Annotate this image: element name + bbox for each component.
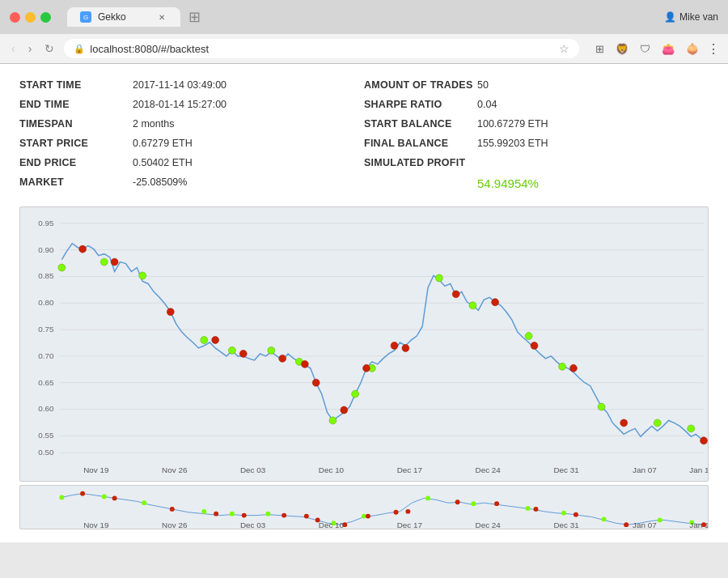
tab-close-button[interactable]: ✕ (156, 11, 167, 23)
svg-text:0.55: 0.55 (38, 431, 54, 440)
end-time-value: 2018-01-14 15:27:00 (133, 96, 226, 113)
trades-label: AMOUNT OF TRADES (364, 77, 477, 93)
start-balance-label: START BALANCE (364, 116, 477, 132)
svg-text:0.85: 0.85 (38, 271, 54, 280)
svg-point-46 (363, 364, 370, 372)
profit-value: 54.94954% (477, 174, 539, 193)
svg-point-38 (111, 258, 118, 266)
stat-end-price: END PRICE 0.50402 ETH (19, 155, 364, 171)
start-balance-value: 100.67279 ETH (477, 116, 548, 132)
active-tab[interactable]: G Gekko ✕ (67, 7, 180, 27)
stat-profit-value-row: 54.94954% (364, 174, 709, 193)
final-balance-value: 155.99203 ETH (477, 135, 548, 151)
brave-button[interactable]: 🦁 (612, 41, 632, 57)
forward-button[interactable]: › (25, 40, 36, 57)
svg-point-66 (142, 500, 146, 505)
svg-text:0.65: 0.65 (38, 378, 54, 387)
svg-text:0.60: 0.60 (38, 404, 54, 413)
svg-point-80 (112, 496, 117, 501)
bookmark-star-icon: ☆ (559, 42, 569, 55)
svg-point-91 (455, 499, 460, 504)
new-tab-button[interactable]: ⊞ (184, 6, 205, 28)
svg-point-82 (214, 512, 218, 516)
svg-point-75 (561, 511, 566, 516)
svg-point-24 (228, 346, 235, 354)
svg-point-64 (59, 495, 64, 500)
vpn-button[interactable]: 🛡 (637, 41, 654, 57)
end-price-value: 0.50402 ETH (133, 155, 193, 171)
svg-point-28 (352, 390, 359, 397)
svg-point-33 (559, 363, 566, 370)
svg-text:0.50: 0.50 (38, 448, 54, 457)
svg-point-93 (534, 507, 539, 512)
svg-point-27 (329, 417, 336, 424)
stats-grid: START TIME 2017-11-14 03:49:00 END TIME … (19, 77, 709, 193)
start-price-label: START PRICE (19, 135, 133, 151)
reload-button[interactable]: ↻ (41, 40, 57, 57)
svg-text:0.80: 0.80 (38, 298, 54, 307)
maximize-window-button[interactable] (40, 12, 51, 23)
svg-point-36 (688, 425, 695, 432)
svg-text:Jan 07: Jan 07 (633, 521, 657, 529)
sharpe-value: 0.04 (477, 96, 497, 113)
svg-point-34 (598, 403, 605, 410)
close-window-button[interactable] (10, 12, 20, 23)
svg-point-39 (167, 308, 174, 316)
minimize-window-button[interactable] (25, 12, 36, 23)
svg-point-84 (281, 513, 286, 518)
back-button[interactable]: ‹ (8, 40, 19, 57)
main-chart: 0.95 0.90 0.85 0.80 0.75 0.70 0.65 0.60 … (19, 206, 709, 482)
svg-text:0.75: 0.75 (38, 325, 54, 334)
svg-point-49 (452, 291, 459, 298)
svg-point-47 (391, 342, 398, 350)
svg-text:Dec 31: Dec 31 (553, 465, 579, 474)
svg-text:Nov 19: Nov 19 (83, 521, 108, 529)
stat-trades: AMOUNT OF TRADES 50 (364, 77, 709, 93)
stat-start-time: START TIME 2017-11-14 03:49:00 (19, 77, 364, 93)
stat-end-time: END TIME 2018-01-14 15:27:00 (19, 96, 364, 113)
svg-point-95 (624, 522, 629, 527)
market-value: -25.08509% (133, 174, 187, 190)
svg-point-37 (79, 245, 87, 253)
svg-point-50 (492, 299, 499, 306)
menu-button[interactable]: ⋮ (707, 41, 720, 57)
user-name: Mike van (679, 11, 718, 23)
svg-point-32 (525, 333, 532, 340)
svg-point-35 (654, 419, 661, 427)
start-time-label: START TIME (19, 77, 133, 93)
svg-point-83 (242, 513, 247, 518)
svg-text:Dec 24: Dec 24 (476, 521, 502, 529)
wallet-button[interactable]: 👛 (658, 41, 678, 57)
svg-point-74 (526, 506, 531, 511)
svg-point-23 (201, 337, 208, 344)
svg-text:Jan 14: Jan 14 (689, 521, 708, 529)
svg-point-25 (268, 346, 275, 354)
svg-text:Dec 03: Dec 03 (240, 521, 265, 529)
final-balance-label: FINAL BALANCE (364, 135, 477, 151)
tab-favicon: G (80, 11, 91, 23)
user-area: 👤 Mike van (664, 11, 718, 23)
svg-text:0.95: 0.95 (38, 219, 54, 227)
stat-sharpe: SHARPE RATIO 0.04 (364, 96, 709, 113)
tor-button[interactable]: 🧅 (683, 41, 702, 57)
stat-market: MARKET -25.08509% (19, 174, 364, 190)
address-text: localhost:8080/#/backtest (90, 43, 554, 55)
stats-right-column: AMOUNT OF TRADES 50 SHARPE RATIO 0.04 ST… (364, 77, 709, 193)
svg-point-79 (80, 491, 85, 496)
svg-point-92 (494, 501, 499, 506)
svg-point-40 (212, 337, 219, 344)
svg-point-72 (425, 496, 430, 501)
svg-point-90 (405, 509, 410, 514)
extensions-button[interactable]: ⊞ (592, 41, 607, 57)
svg-text:Nov 26: Nov 26 (162, 465, 188, 474)
browser-actions: ⊞ 🦁 🛡 👛 🧅 ⋮ (592, 41, 720, 57)
svg-text:Dec 17: Dec 17 (397, 521, 422, 529)
svg-point-20 (58, 264, 66, 271)
tab-bar: G Gekko ✕ ⊞ (67, 6, 658, 28)
svg-point-89 (394, 510, 399, 515)
address-input-wrapper[interactable]: 🔒 localhost:8080/#/backtest ☆ (64, 39, 579, 58)
svg-point-68 (230, 512, 235, 516)
stat-timespan: TIMESPAN 2 months (19, 116, 364, 132)
svg-point-43 (301, 360, 308, 368)
market-label: MARKET (19, 174, 133, 190)
